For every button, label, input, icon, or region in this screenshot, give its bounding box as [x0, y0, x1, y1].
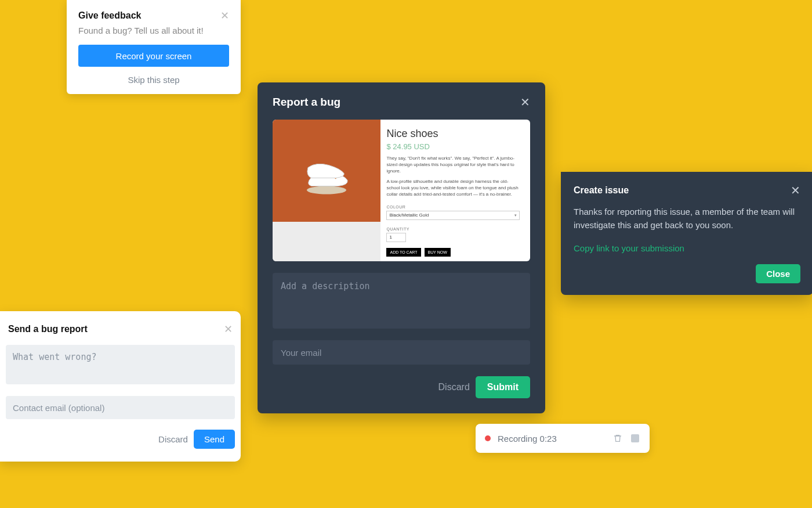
- quantity-label: QUANTITY: [386, 227, 520, 231]
- trash-icon[interactable]: [612, 433, 623, 444]
- recording-pill: Recording 0:23: [476, 424, 650, 453]
- record-dot-icon: [485, 435, 491, 441]
- svg-point-0: [307, 186, 346, 194]
- close-icon[interactable]: ✕: [791, 183, 800, 197]
- quantity-value: 1: [389, 235, 392, 240]
- issue-title: Create issue: [574, 185, 629, 196]
- discard-button[interactable]: Discard: [158, 434, 188, 444]
- add-to-cart-button[interactable]: ADD TO CART: [386, 248, 420, 257]
- report-bug-card: Report a bug ✕ Nice shoes $ 24.95 USD Th…: [258, 82, 545, 413]
- send-bug-report-card: Send a bug report ✕ Discard Send: [0, 311, 241, 462]
- what-went-wrong-input[interactable]: [6, 345, 235, 384]
- product-name: Nice shoes: [386, 128, 520, 140]
- product-copy-2: A low-profile silhouette and durable des…: [386, 179, 520, 197]
- create-issue-card: Create issue ✕ Thanks for reporting this…: [561, 172, 812, 295]
- submit-button[interactable]: Submit: [476, 376, 530, 398]
- copy-link[interactable]: Copy link to your submission: [574, 243, 684, 253]
- recording-label: Recording 0:23: [498, 434, 606, 444]
- close-icon[interactable]: ✕: [220, 10, 229, 21]
- colour-select[interactable]: Black/Metallic Gold ▾: [386, 211, 520, 220]
- screenshot-preview: Nice shoes $ 24.95 USD They say, "Don't …: [273, 120, 530, 261]
- close-icon[interactable]: ✕: [224, 324, 233, 334]
- product-image: [273, 120, 380, 261]
- stop-icon[interactable]: [630, 433, 640, 444]
- send-title: Send a bug report: [8, 324, 88, 334]
- issue-body: Thanks for reporting this issue, a membe…: [574, 206, 800, 232]
- feedback-title: Give feedback: [78, 10, 142, 21]
- close-button[interactable]: Close: [756, 264, 800, 283]
- contact-email-input[interactable]: [6, 396, 235, 419]
- feedback-subtitle: Found a bug? Tell us all about it!: [78, 26, 229, 35]
- discard-button[interactable]: Discard: [438, 382, 470, 392]
- email-input[interactable]: [273, 340, 530, 365]
- skip-step-link[interactable]: Skip this step: [78, 75, 229, 85]
- close-icon[interactable]: ✕: [520, 95, 530, 109]
- report-title: Report a bug: [273, 96, 340, 109]
- record-screen-button[interactable]: Record your screen: [78, 45, 229, 67]
- chevron-down-icon: ▾: [514, 213, 517, 218]
- give-feedback-card: Give feedback ✕ Found a bug? Tell us all…: [67, 0, 241, 94]
- buy-now-button[interactable]: BUY NOW: [425, 248, 451, 257]
- send-button[interactable]: Send: [194, 430, 235, 449]
- description-input[interactable]: [273, 273, 530, 329]
- product-copy-1: They say, "Don't fix what works". We say…: [386, 156, 520, 174]
- colour-label: COLOUR: [386, 205, 520, 209]
- colour-value: Black/Metallic Gold: [389, 212, 429, 218]
- product-price: $ 24.95 USD: [386, 142, 520, 151]
- shoe-icon: [298, 163, 356, 195]
- quantity-stepper[interactable]: 1: [386, 233, 406, 242]
